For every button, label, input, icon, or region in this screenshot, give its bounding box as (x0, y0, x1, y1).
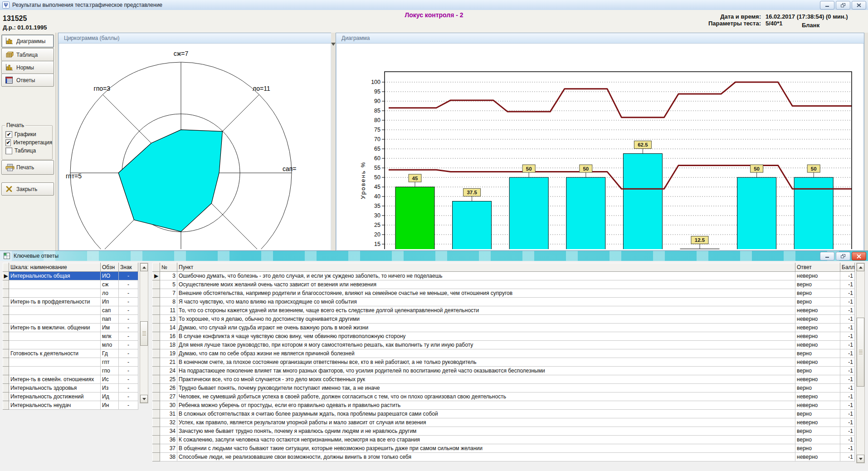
answer-row[interactable]: 21В конечном счете, за плохое состояние … (153, 358, 855, 367)
y-tick-label: 60 (374, 155, 380, 162)
scale-row[interactable]: Интернальность здоровьяИз- (3, 384, 138, 392)
sidebar-button-table[interactable]: Таблица (1, 48, 54, 61)
close-test-button[interactable]: Закрыть (1, 182, 54, 196)
indicator-cell (153, 367, 160, 375)
answer-row[interactable]: 31В сложных обстоятельствах я считаю бол… (153, 410, 855, 418)
scale-row[interactable]: млк- (3, 332, 138, 341)
close-icon[interactable] (852, 252, 866, 260)
answer-row[interactable]: 18Для меня лучше такое руководство, при … (153, 341, 855, 349)
sidebar-button-label: Таблица (16, 52, 38, 58)
answer-row[interactable]: 19Думаю, что сам по себе образ жизни не … (153, 349, 855, 358)
scale-row[interactable]: Интерн-ть в профдеятельностиИп- (3, 298, 138, 306)
answer-row[interactable]: 37В общении с людьми часто бывают такие … (153, 444, 855, 453)
answer-row[interactable]: 8Я часто чувствую, что мало влияю на про… (153, 298, 855, 306)
print-option-checkbox[interactable]: ✔Интерпретация (5, 138, 52, 147)
checkbox-checked-icon[interactable]: ✔ (5, 131, 12, 138)
scale-row[interactable]: мло- (3, 341, 138, 349)
answer-row[interactable]: 24На подрастающее поколение влияет так м… (153, 367, 855, 375)
scale-sign-cell: - (119, 392, 138, 401)
answer-row[interactable]: 7Внешние обстоятельства, например родите… (153, 289, 855, 298)
scale-row[interactable]: гпт- (3, 358, 138, 367)
answer-row[interactable]: 36К сожалению, заслуги человека часто ос… (153, 436, 855, 444)
answer-row[interactable]: 34Зачастую мне бывает трудно понять, поч… (153, 427, 855, 436)
item-text-cell: Думаю, что сам по себе образ жизни не яв… (177, 349, 795, 358)
minimize-icon[interactable] (820, 1, 834, 10)
item-text-cell: В общении с людьми часто бывают такие си… (177, 444, 795, 453)
scale-row[interactable]: ▶Интернальность общаяИО- (3, 272, 138, 280)
titlebar-glass-effect (0, 251, 868, 261)
scale-row[interactable]: сап- (3, 306, 138, 315)
scale-row[interactable]: Интернальность достиженийИд- (3, 392, 138, 401)
score-cell: -1 (840, 306, 855, 315)
scale-row[interactable]: ло- (3, 289, 138, 298)
item-text-cell: Человек, не сумевший добиться успеха в с… (177, 392, 795, 401)
scale-row[interactable]: Готовность к деятельностиГд- (3, 349, 138, 358)
scale-row[interactable]: Интернальность неудачИн- (3, 401, 138, 410)
scale-row[interactable]: Интерн-ть в межличн. общенииИм- (3, 324, 138, 332)
sidebar-button-diagrams[interactable]: Диаграммы (1, 34, 54, 48)
answer-cell: неверно (795, 392, 840, 401)
scale-sign-cell: - (119, 289, 138, 298)
bar (453, 201, 492, 250)
score-cell: -1 (840, 384, 855, 392)
print-option-checkbox[interactable]: Таблица (5, 147, 52, 155)
checkbox-label: Таблица (15, 147, 36, 154)
answer-row[interactable]: 26Трудно бывает понять, почему руководит… (153, 384, 855, 392)
value-label: 50 (811, 166, 817, 172)
radar-axis-label: гпт=5 (66, 172, 82, 180)
scale-row[interactable]: пап- (3, 315, 138, 324)
score-cell: -1 (840, 375, 855, 384)
column-header: Ответ (795, 263, 840, 272)
scroll-down-icon[interactable] (857, 455, 864, 463)
minimize-icon[interactable] (820, 252, 834, 260)
indicator-cell (153, 280, 160, 289)
sidebar-button-answers[interactable]: Ответы (1, 74, 54, 87)
scale-row[interactable]: сж- (3, 280, 138, 289)
column-header: Шкала: наименование (9, 263, 101, 272)
item-number-cell: 24 (160, 367, 177, 375)
scale-sign-cell: - (119, 298, 138, 306)
restore-icon[interactable] (836, 252, 850, 260)
answer-row[interactable]: 38Способные люди, не реализовавшие свои … (153, 453, 855, 461)
answer-row[interactable]: ▶3Ошибочно думать, что болезнь - это дел… (153, 272, 855, 280)
checkbox-checked-icon[interactable]: ✔ (5, 139, 11, 146)
scroll-down-icon[interactable] (140, 395, 148, 403)
checkbox-unchecked-icon[interactable] (5, 147, 12, 154)
close-icon[interactable] (852, 1, 866, 10)
y-tick-label: 85 (374, 108, 380, 114)
answer-row[interactable]: 5Осуществление моих желаний очень часто … (153, 280, 855, 289)
scrollbar-thumb[interactable] (140, 321, 148, 346)
scrollbar-thumb[interactable] (857, 318, 864, 387)
answers-table: №ПунктОтветБалл▶3Ошибочно думать, что бо… (152, 263, 855, 461)
indicator-cell (3, 349, 9, 358)
scale-code-cell: мло (101, 341, 119, 349)
restore-icon[interactable] (836, 1, 850, 10)
indicator-cell (3, 392, 9, 401)
scales-table-scrollbar[interactable] (140, 263, 148, 403)
answer-row[interactable]: 16В случае конфликта я чаще чувствую сво… (153, 332, 855, 341)
indicator-header-cell (3, 263, 9, 272)
scale-sign-cell: - (119, 375, 138, 384)
answer-row[interactable]: 32Успех, как правило, является результат… (153, 418, 855, 427)
diagram-panel-title: Диаграмма (336, 33, 864, 44)
answer-row[interactable]: 27Человек, не сумевший добиться успеха в… (153, 392, 855, 401)
answers-table-scrollbar[interactable] (856, 263, 865, 463)
answer-row[interactable]: 14Думаю, что случай или судьба играют не… (153, 324, 855, 332)
scale-row[interactable]: Интерн-ть в семейн. отношенияхИс- (3, 375, 138, 384)
answer-row[interactable]: 25Практически все, что со мной случается… (153, 375, 855, 384)
close-x-icon (5, 186, 15, 192)
answer-row[interactable]: 13То хорошее, что я делаю, обычно по дос… (153, 315, 855, 324)
scroll-up-icon[interactable] (140, 263, 148, 271)
print-option-checkbox[interactable]: ✔Графики (5, 130, 52, 138)
panel-splitter[interactable] (331, 33, 336, 250)
value-label: 37.5 (467, 190, 477, 195)
indicator-cell (153, 453, 160, 461)
answer-row[interactable]: 11То, что со стороны кажется удачей или … (153, 306, 855, 315)
item-number-cell: 3 (160, 272, 177, 280)
print-button[interactable]: Печать (1, 160, 54, 175)
column-header: Обзн (101, 263, 119, 272)
scale-row[interactable]: гпо- (3, 367, 138, 375)
sidebar-button-norms[interactable]: Нормы (1, 61, 54, 74)
answer-row[interactable]: 30Ребенка можно уберечь от простуды, есл… (153, 401, 855, 410)
scroll-up-icon[interactable] (857, 263, 864, 271)
